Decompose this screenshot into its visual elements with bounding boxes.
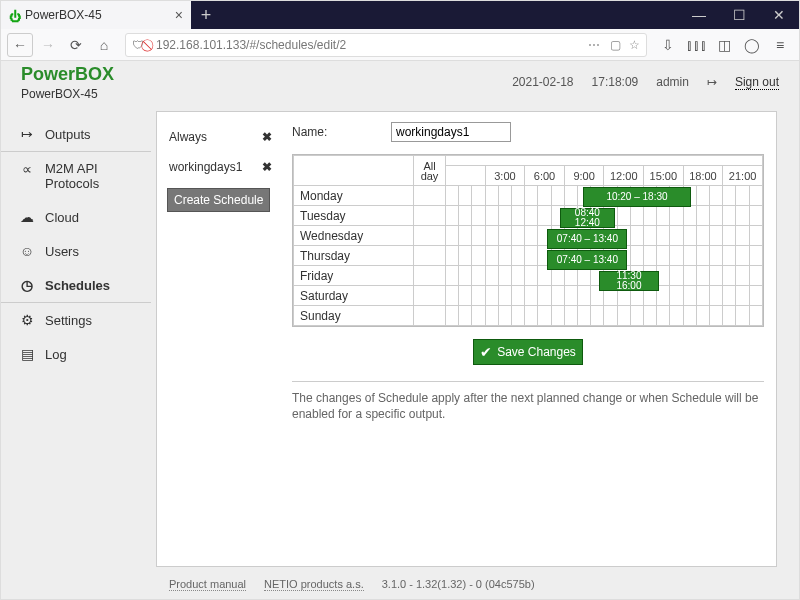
grid-cell[interactable] <box>446 206 459 226</box>
grid-cell[interactable] <box>696 266 709 286</box>
grid-cell[interactable] <box>749 306 762 326</box>
grid-cell[interactable] <box>485 266 498 286</box>
page-actions-icon[interactable]: ⋯ <box>588 38 602 52</box>
grid-cell[interactable] <box>696 186 709 206</box>
grid-cell[interactable] <box>630 206 643 226</box>
schedule-slot[interactable]: 07:40 – 13:40 <box>547 229 627 249</box>
new-tab-button[interactable]: + <box>191 1 221 29</box>
schedule-slot[interactable]: 10:20 – 18:30 <box>583 187 692 207</box>
close-tab-icon[interactable]: × <box>175 7 183 23</box>
grid-cell[interactable] <box>723 246 736 266</box>
grid-cell[interactable] <box>472 206 485 226</box>
vendor-link[interactable]: NETIO products a.s. <box>264 578 364 591</box>
grid-cell[interactable] <box>670 286 683 306</box>
grid-cell[interactable] <box>512 206 525 226</box>
grid-cell[interactable] <box>723 266 736 286</box>
grid-cell[interactable] <box>512 266 525 286</box>
grid-cell[interactable] <box>498 286 511 306</box>
schedule-slot[interactable]: 11:30 16:00 <box>599 271 660 291</box>
delete-icon[interactable]: ✖ <box>262 160 272 174</box>
grid-cell[interactable] <box>485 286 498 306</box>
grid-cell[interactable] <box>446 266 459 286</box>
grid-cell[interactable] <box>578 286 591 306</box>
grid-cell[interactable] <box>644 206 657 226</box>
week-grid[interactable]: All day 3:006:009:0012:0015:0018:0021:00… <box>292 154 764 327</box>
browser-tab[interactable]: ⏻ PowerBOX-45 × <box>1 1 191 29</box>
grid-cell[interactable] <box>683 226 696 246</box>
grid-cell[interactable] <box>683 286 696 306</box>
grid-cell[interactable] <box>749 226 762 246</box>
nav-item-users[interactable]: ☺ Users <box>1 234 151 268</box>
grid-cell[interactable] <box>472 186 485 206</box>
create-schedule-button[interactable]: Create Schedule <box>167 188 270 212</box>
allday-cell[interactable] <box>414 306 446 326</box>
grid-cell[interactable] <box>538 306 551 326</box>
grid-cell[interactable] <box>723 306 736 326</box>
grid-cell[interactable] <box>683 306 696 326</box>
grid-cell[interactable] <box>512 226 525 246</box>
grid-cell[interactable] <box>485 186 498 206</box>
grid-cell[interactable] <box>498 186 511 206</box>
menu-icon[interactable]: ≡ <box>767 33 793 57</box>
grid-cell[interactable] <box>749 286 762 306</box>
schedule-name-input[interactable] <box>391 122 511 142</box>
allday-cell[interactable] <box>414 246 446 266</box>
grid-cell[interactable] <box>472 226 485 246</box>
nav-item-schedules[interactable]: ◷ Schedules <box>1 268 151 303</box>
address-bar[interactable]: 🛡 ⃠ 192.168.101.133/#/schedules/edit/2 ⋯… <box>125 33 647 57</box>
save-button[interactable]: ✔ Save Changes <box>473 339 583 365</box>
product-manual-link[interactable]: Product manual <box>169 578 246 591</box>
grid-cell[interactable] <box>749 206 762 226</box>
grid-cell[interactable] <box>459 266 472 286</box>
back-button[interactable]: ← <box>7 33 33 57</box>
grid-cell[interactable] <box>525 226 538 246</box>
window-maximize-icon[interactable]: ☐ <box>719 1 759 29</box>
reload-button[interactable]: ⟳ <box>63 33 89 57</box>
grid-cell[interactable] <box>446 186 459 206</box>
grid-cell[interactable] <box>538 206 551 226</box>
grid-cell[interactable] <box>736 186 749 206</box>
grid-cell[interactable] <box>459 286 472 306</box>
grid-cell[interactable] <box>498 246 511 266</box>
grid-cell[interactable] <box>736 206 749 226</box>
grid-cell[interactable] <box>644 306 657 326</box>
grid-cell[interactable] <box>564 306 577 326</box>
grid-cell[interactable] <box>696 286 709 306</box>
grid-cell[interactable] <box>710 226 723 246</box>
grid-cell[interactable] <box>617 206 630 226</box>
grid-cell[interactable] <box>459 226 472 246</box>
grid-cell[interactable] <box>617 306 630 326</box>
grid-cell[interactable] <box>683 266 696 286</box>
grid-cell[interactable] <box>723 226 736 246</box>
grid-cell[interactable] <box>696 306 709 326</box>
grid-cell[interactable] <box>683 206 696 226</box>
grid-cell[interactable] <box>644 246 657 266</box>
grid-cell[interactable] <box>551 186 564 206</box>
grid-cell[interactable] <box>472 306 485 326</box>
grid-cell[interactable] <box>512 186 525 206</box>
grid-cell[interactable] <box>564 186 577 206</box>
grid-cell[interactable] <box>485 206 498 226</box>
grid-cell[interactable] <box>578 306 591 326</box>
grid-cell[interactable] <box>446 286 459 306</box>
grid-cell[interactable] <box>538 286 551 306</box>
grid-cell[interactable] <box>670 246 683 266</box>
grid-cell[interactable] <box>736 266 749 286</box>
delete-icon[interactable]: ✖ <box>262 130 272 144</box>
grid-cell[interactable] <box>485 226 498 246</box>
grid-cell[interactable] <box>710 306 723 326</box>
nav-item-cloud[interactable]: ☁ Cloud <box>1 200 151 234</box>
grid-cell[interactable] <box>485 246 498 266</box>
allday-cell[interactable] <box>414 206 446 226</box>
nav-item-log[interactable]: ▤ Log <box>1 337 151 371</box>
bookmark-star-icon[interactable]: ☆ <box>629 38 640 52</box>
schedule-slot[interactable]: 07:40 – 13:40 <box>547 250 627 270</box>
grid-cell[interactable] <box>696 246 709 266</box>
schedule-item-always[interactable]: Always ✖ <box>157 122 282 152</box>
allday-cell[interactable] <box>414 226 446 246</box>
grid-cell[interactable] <box>630 246 643 266</box>
allday-cell[interactable] <box>414 186 446 206</box>
grid-cell[interactable] <box>710 186 723 206</box>
grid-cell[interactable] <box>630 226 643 246</box>
grid-cell[interactable] <box>485 306 498 326</box>
